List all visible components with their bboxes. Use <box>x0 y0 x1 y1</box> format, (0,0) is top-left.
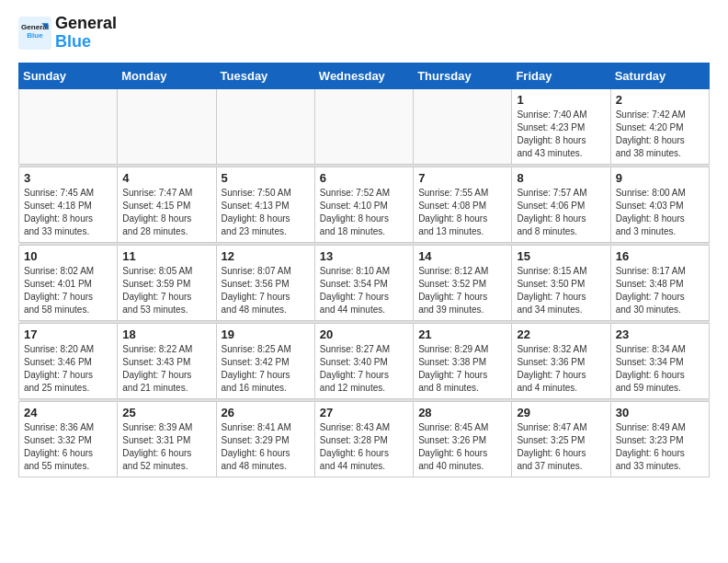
day-info: Sunrise: 7:42 AM Sunset: 4:20 PM Dayligh… <box>616 109 704 160</box>
day-number: 11 <box>122 249 210 263</box>
day-info: Sunrise: 7:50 AM Sunset: 4:13 PM Dayligh… <box>222 187 310 238</box>
day-number: 12 <box>222 249 310 263</box>
day-number: 6 <box>320 171 408 185</box>
weekday-header-thursday: Thursday <box>414 63 512 88</box>
day-info: Sunrise: 8:39 AM Sunset: 3:31 PM Dayligh… <box>122 421 210 473</box>
calendar-cell: 14Sunrise: 8:12 AM Sunset: 3:52 PM Dayli… <box>414 245 512 320</box>
day-info: Sunrise: 8:25 AM Sunset: 3:42 PM Dayligh… <box>222 343 310 395</box>
calendar-cell: 16Sunrise: 8:17 AM Sunset: 3:48 PM Dayli… <box>610 245 709 320</box>
day-info: Sunrise: 8:27 AM Sunset: 3:40 PM Dayligh… <box>320 343 408 395</box>
calendar-cell: 2Sunrise: 7:42 AM Sunset: 4:20 PM Daylig… <box>610 88 709 164</box>
day-number: 16 <box>616 249 704 263</box>
day-number: 24 <box>24 406 112 419</box>
day-info: Sunrise: 8:32 AM Sunset: 3:36 PM Dayligh… <box>517 343 605 395</box>
weekday-header-friday: Friday <box>512 63 610 88</box>
day-info: Sunrise: 7:40 AM Sunset: 4:23 PM Dayligh… <box>517 109 605 160</box>
day-info: Sunrise: 7:55 AM Sunset: 4:08 PM Dayligh… <box>418 187 506 238</box>
page-container: General Blue General Blue SundayMondayTu… <box>0 0 728 492</box>
day-info: Sunrise: 8:43 AM Sunset: 3:28 PM Dayligh… <box>320 421 408 473</box>
day-number: 23 <box>616 327 704 341</box>
calendar-cell: 9Sunrise: 8:00 AM Sunset: 4:03 PM Daylig… <box>610 167 709 242</box>
day-info: Sunrise: 8:20 AM Sunset: 3:46 PM Dayligh… <box>24 343 112 395</box>
calendar-cell: 22Sunrise: 8:32 AM Sunset: 3:36 PM Dayli… <box>512 323 610 398</box>
day-info: Sunrise: 8:15 AM Sunset: 3:50 PM Dayligh… <box>517 265 605 316</box>
calendar-cell: 28Sunrise: 8:45 AM Sunset: 3:26 PM Dayli… <box>414 401 512 477</box>
day-info: Sunrise: 8:05 AM Sunset: 3:59 PM Dayligh… <box>122 265 210 316</box>
day-info: Sunrise: 8:45 AM Sunset: 3:26 PM Dayligh… <box>418 421 506 473</box>
day-number: 1 <box>517 93 605 107</box>
header: General Blue General Blue <box>18 15 710 52</box>
day-info: Sunrise: 7:47 AM Sunset: 4:15 PM Dayligh… <box>122 187 210 238</box>
day-number: 9 <box>616 171 704 185</box>
calendar-cell: 4Sunrise: 7:47 AM Sunset: 4:15 PM Daylig… <box>118 167 216 242</box>
day-info: Sunrise: 8:00 AM Sunset: 4:03 PM Dayligh… <box>616 187 704 238</box>
calendar-cell: 24Sunrise: 8:36 AM Sunset: 3:32 PM Dayli… <box>19 401 118 477</box>
day-info: Sunrise: 7:52 AM Sunset: 4:10 PM Dayligh… <box>320 187 408 238</box>
logo: General Blue General Blue <box>18 15 117 52</box>
calendar-cell: 1Sunrise: 7:40 AM Sunset: 4:23 PM Daylig… <box>512 88 610 164</box>
day-info: Sunrise: 8:22 AM Sunset: 3:43 PM Dayligh… <box>122 343 210 395</box>
svg-text:Blue: Blue <box>27 31 43 40</box>
calendar-cell: 21Sunrise: 8:29 AM Sunset: 3:38 PM Dayli… <box>414 323 512 398</box>
day-number: 10 <box>24 249 112 263</box>
week-row-5: 24Sunrise: 8:36 AM Sunset: 3:32 PM Dayli… <box>19 401 710 477</box>
day-info: Sunrise: 8:47 AM Sunset: 3:25 PM Dayligh… <box>517 421 605 473</box>
calendar-table: SundayMondayTuesdayWednesdayThursdayFrid… <box>18 63 710 477</box>
day-info: Sunrise: 8:34 AM Sunset: 3:34 PM Dayligh… <box>616 343 704 395</box>
day-number: 21 <box>418 327 506 341</box>
calendar-cell: 26Sunrise: 8:41 AM Sunset: 3:29 PM Dayli… <box>216 401 314 477</box>
calendar-cell: 27Sunrise: 8:43 AM Sunset: 3:28 PM Dayli… <box>314 401 413 477</box>
day-info: Sunrise: 7:57 AM Sunset: 4:06 PM Dayligh… <box>517 187 605 238</box>
day-number: 30 <box>616 406 704 419</box>
calendar-cell: 18Sunrise: 8:22 AM Sunset: 3:43 PM Dayli… <box>118 323 216 398</box>
day-info: Sunrise: 8:02 AM Sunset: 4:01 PM Dayligh… <box>24 265 112 316</box>
week-row-4: 17Sunrise: 8:20 AM Sunset: 3:46 PM Dayli… <box>19 323 710 398</box>
calendar-cell: 13Sunrise: 8:10 AM Sunset: 3:54 PM Dayli… <box>314 245 413 320</box>
day-info: Sunrise: 8:10 AM Sunset: 3:54 PM Dayligh… <box>320 265 408 316</box>
calendar-cell: 23Sunrise: 8:34 AM Sunset: 3:34 PM Dayli… <box>610 323 709 398</box>
day-number: 25 <box>122 406 210 419</box>
day-info: Sunrise: 8:29 AM Sunset: 3:38 PM Dayligh… <box>418 343 506 395</box>
calendar-cell: 19Sunrise: 8:25 AM Sunset: 3:42 PM Dayli… <box>216 323 314 398</box>
day-number: 15 <box>517 249 605 263</box>
day-number: 7 <box>418 171 506 185</box>
weekday-header-saturday: Saturday <box>610 63 709 88</box>
calendar-cell: 10Sunrise: 8:02 AM Sunset: 4:01 PM Dayli… <box>19 245 118 320</box>
calendar-cell <box>314 88 413 164</box>
calendar-cell: 17Sunrise: 8:20 AM Sunset: 3:46 PM Dayli… <box>19 323 118 398</box>
calendar-body: 1Sunrise: 7:40 AM Sunset: 4:23 PM Daylig… <box>19 88 710 477</box>
day-number: 4 <box>122 171 210 185</box>
week-row-2: 3Sunrise: 7:45 AM Sunset: 4:18 PM Daylig… <box>19 167 710 242</box>
day-info: Sunrise: 8:17 AM Sunset: 3:48 PM Dayligh… <box>616 265 704 316</box>
calendar-cell: 5Sunrise: 7:50 AM Sunset: 4:13 PM Daylig… <box>216 167 314 242</box>
calendar-cell: 7Sunrise: 7:55 AM Sunset: 4:08 PM Daylig… <box>414 167 512 242</box>
day-info: Sunrise: 7:45 AM Sunset: 4:18 PM Dayligh… <box>24 187 112 238</box>
logo-general: General <box>55 14 117 32</box>
day-number: 18 <box>122 327 210 341</box>
calendar-cell <box>414 88 512 164</box>
calendar-cell: 20Sunrise: 8:27 AM Sunset: 3:40 PM Dayli… <box>314 323 413 398</box>
calendar-header-row: SundayMondayTuesdayWednesdayThursdayFrid… <box>19 63 710 88</box>
day-number: 19 <box>222 327 310 341</box>
day-number: 20 <box>320 327 408 341</box>
day-number: 3 <box>24 171 112 185</box>
calendar-cell <box>118 88 216 164</box>
weekday-header-monday: Monday <box>118 63 216 88</box>
day-number: 28 <box>418 406 506 419</box>
day-number: 17 <box>24 327 112 341</box>
week-row-1: 1Sunrise: 7:40 AM Sunset: 4:23 PM Daylig… <box>19 88 710 164</box>
day-info: Sunrise: 8:36 AM Sunset: 3:32 PM Dayligh… <box>24 421 112 473</box>
day-number: 2 <box>616 93 704 107</box>
calendar-cell: 15Sunrise: 8:15 AM Sunset: 3:50 PM Dayli… <box>512 245 610 320</box>
calendar-cell: 30Sunrise: 8:49 AM Sunset: 3:23 PM Dayli… <box>610 401 709 477</box>
calendar-cell: 3Sunrise: 7:45 AM Sunset: 4:18 PM Daylig… <box>19 167 118 242</box>
weekday-header-tuesday: Tuesday <box>216 63 314 88</box>
day-info: Sunrise: 8:49 AM Sunset: 3:23 PM Dayligh… <box>616 421 704 473</box>
day-number: 5 <box>222 171 310 185</box>
week-row-3: 10Sunrise: 8:02 AM Sunset: 4:01 PM Dayli… <box>19 245 710 320</box>
day-info: Sunrise: 8:07 AM Sunset: 3:56 PM Dayligh… <box>222 265 310 316</box>
day-number: 22 <box>517 327 605 341</box>
day-number: 8 <box>517 171 605 185</box>
weekday-header-wednesday: Wednesday <box>314 63 413 88</box>
logo-icon: General Blue <box>18 17 51 50</box>
